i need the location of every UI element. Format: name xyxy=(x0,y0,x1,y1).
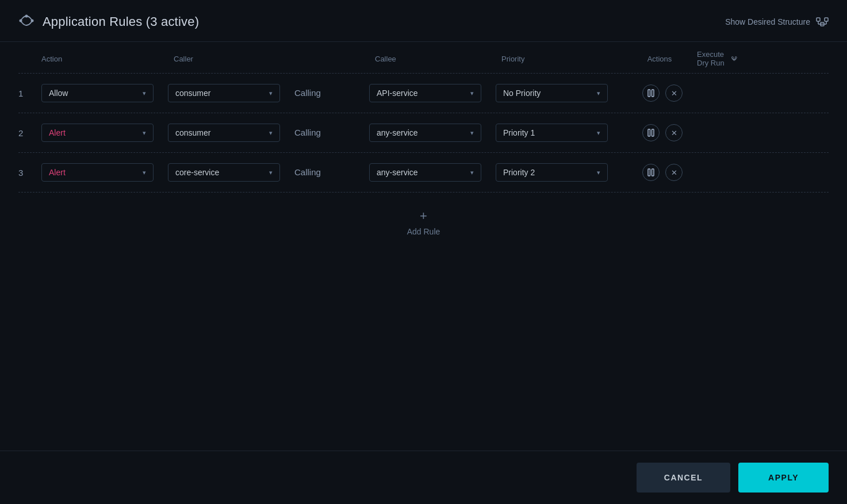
action-dropdown-1[interactable]: Allow ▾ xyxy=(41,84,168,102)
calling-label-2: Calling xyxy=(294,128,369,138)
rules-table: Action Caller Callee Priority Actions Ex… xyxy=(0,42,847,252)
caller-select-3[interactable]: core-service ▾ xyxy=(168,163,280,182)
chevron-down-icon: ▾ xyxy=(470,90,474,97)
chevron-down-icon: ▾ xyxy=(143,129,146,137)
callee-dropdown-3[interactable]: any-service ▾ xyxy=(369,163,496,182)
cancel-button[interactable]: CANCEL xyxy=(637,463,730,493)
delete-button-3[interactable]: ✕ xyxy=(665,164,683,181)
page-title: Application Rules (3 active) xyxy=(43,14,199,29)
row-actions-3: ✕ xyxy=(622,164,697,181)
pause-button-3[interactable] xyxy=(642,164,660,181)
priority-select-1[interactable]: No Priority ▾ xyxy=(496,84,608,102)
svg-rect-19 xyxy=(648,129,650,136)
show-desired-label: Show Desired Structure xyxy=(725,17,810,26)
caller-dropdown-1[interactable]: consumer ▾ xyxy=(168,84,294,102)
pause-button-2[interactable] xyxy=(642,124,660,141)
table-row: 2 Alert ▾ consumer ▾ Calling any-service… xyxy=(18,113,829,153)
action-dropdown-3[interactable]: Alert ▾ xyxy=(41,163,168,182)
delete-button-1[interactable]: ✕ xyxy=(665,84,683,102)
delete-button-2[interactable]: ✕ xyxy=(665,124,683,141)
svg-rect-10 xyxy=(732,57,734,59)
svg-point-1 xyxy=(31,20,34,22)
row-actions-2: ✕ xyxy=(622,124,697,141)
caller-dropdown-3[interactable]: core-service ▾ xyxy=(168,163,294,182)
show-desired-structure-btn[interactable]: Show Desired Structure xyxy=(725,17,829,26)
rule-number-2: 2 xyxy=(18,128,41,138)
table-row: 3 Alert ▾ core-service ▾ Calling any-ser… xyxy=(18,153,829,193)
action-select-2[interactable]: Alert ▾ xyxy=(41,124,154,142)
priority-select-2[interactable]: Priority 1 ▾ xyxy=(496,124,608,142)
footer: CANCEL APPLY xyxy=(0,451,847,504)
chevron-down-icon: ▾ xyxy=(269,169,273,176)
page-header: Application Rules (3 active) Show Desire… xyxy=(0,0,847,42)
priority-dropdown-2[interactable]: Priority 1 ▾ xyxy=(496,124,622,142)
svg-rect-21 xyxy=(648,169,650,176)
action-dropdown-2[interactable]: Alert ▾ xyxy=(41,124,168,142)
caller-dropdown-2[interactable]: consumer ▾ xyxy=(168,124,294,142)
chevron-down-icon: ▾ xyxy=(269,129,273,137)
svg-rect-11 xyxy=(735,57,737,59)
calling-label-3: Calling xyxy=(294,167,369,178)
action-select-3[interactable]: Alert ▾ xyxy=(41,163,154,182)
svg-rect-22 xyxy=(652,169,654,176)
rule-number-3: 3 xyxy=(18,168,41,178)
svg-rect-3 xyxy=(817,18,820,21)
col-caller-header: Caller xyxy=(168,55,294,63)
add-rule-plus-icon: + xyxy=(420,209,427,224)
col-callee-header: Callee xyxy=(369,55,496,63)
caller-select-2[interactable]: consumer ▾ xyxy=(168,124,280,142)
rule-number-1: 1 xyxy=(18,89,41,98)
callee-dropdown-1[interactable]: API-service ▾ xyxy=(369,84,496,102)
chevron-down-icon: ▾ xyxy=(597,169,600,176)
svg-point-2 xyxy=(25,15,28,18)
svg-point-0 xyxy=(20,20,22,22)
chevron-down-icon: ▾ xyxy=(269,90,273,97)
chevron-down-icon: ▾ xyxy=(470,169,474,176)
action-select-1[interactable]: Allow ▾ xyxy=(41,84,154,102)
calling-label-1: Calling xyxy=(294,88,369,98)
callee-select-3[interactable]: any-service ▾ xyxy=(369,163,481,182)
col-actions-header: Actions xyxy=(622,55,697,63)
add-rule-section[interactable]: + Add Rule xyxy=(18,193,829,252)
header-left: Application Rules (3 active) xyxy=(18,13,199,31)
row-actions-1: ✕ xyxy=(622,84,697,102)
apply-button[interactable]: APPLY xyxy=(738,463,829,493)
table-row: 1 Allow ▾ consumer ▾ Calling API-service… xyxy=(18,74,829,113)
app-rules-icon xyxy=(18,13,35,31)
svg-rect-17 xyxy=(648,90,650,97)
col-dry-run-header: Execute Dry Run xyxy=(697,50,743,67)
svg-rect-20 xyxy=(652,129,654,136)
table-header: Action Caller Callee Priority Actions Ex… xyxy=(18,42,829,74)
priority-select-3[interactable]: Priority 2 ▾ xyxy=(496,163,608,182)
col-priority-header: Priority xyxy=(496,55,622,63)
callee-select-1[interactable]: API-service ▾ xyxy=(369,84,481,102)
caller-select-1[interactable]: consumer ▾ xyxy=(168,84,280,102)
callee-dropdown-2[interactable]: any-service ▾ xyxy=(369,124,496,142)
chevron-down-icon: ▾ xyxy=(143,90,146,97)
svg-rect-18 xyxy=(652,90,654,97)
priority-dropdown-3[interactable]: Priority 2 ▾ xyxy=(496,163,622,182)
chevron-down-icon: ▾ xyxy=(470,129,474,137)
pause-button-1[interactable] xyxy=(642,84,660,102)
svg-rect-4 xyxy=(825,18,828,21)
chevron-down-icon: ▾ xyxy=(597,90,600,97)
priority-dropdown-1[interactable]: No Priority ▾ xyxy=(496,84,622,102)
callee-select-2[interactable]: any-service ▾ xyxy=(369,124,481,142)
chevron-down-icon: ▾ xyxy=(143,169,146,176)
add-rule-label: Add Rule xyxy=(407,227,440,236)
col-action-header: Action xyxy=(41,55,168,63)
chevron-down-icon: ▾ xyxy=(597,129,600,137)
